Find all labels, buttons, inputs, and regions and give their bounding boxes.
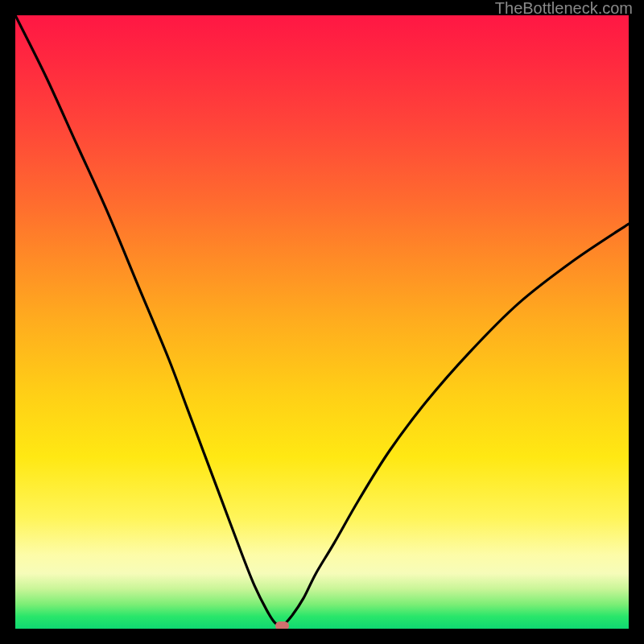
bottleneck-curve bbox=[15, 15, 629, 629]
optimal-point-marker bbox=[275, 621, 289, 629]
watermark-text: TheBottleneck.com bbox=[495, 0, 633, 16]
chart-container: TheBottleneck.com bbox=[0, 0, 644, 644]
plot-area bbox=[15, 15, 629, 629]
